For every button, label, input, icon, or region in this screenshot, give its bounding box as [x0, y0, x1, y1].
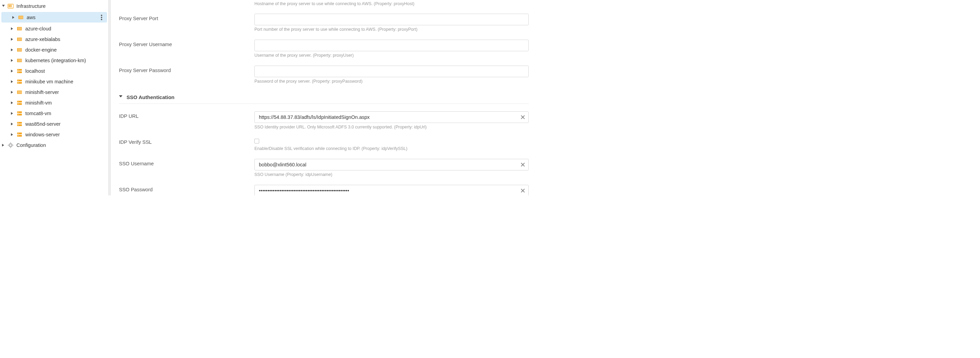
tree-node-minishift-server[interactable]: minishift-server: [0, 87, 108, 97]
tree-node-label: azure-xebialabs: [25, 36, 106, 42]
expand-icon[interactable]: [10, 111, 14, 116]
tree-node-infrastructure[interactable]: Infrastructure: [0, 1, 108, 11]
tree-node-label: aws: [27, 15, 99, 20]
idp-verify-label: IDP Verify SSL: [119, 137, 255, 145]
container-icon: [18, 14, 24, 21]
proxy-port-input[interactable]: [255, 14, 529, 25]
svg-point-32: [18, 69, 19, 70]
tree-node-azure-cloud[interactable]: azure-cloud: [0, 23, 108, 34]
field-sso-username: SSO Username SSO Username (Property: idp…: [119, 159, 529, 177]
expand-icon[interactable]: [10, 69, 14, 73]
field-proxy-port: Proxy Server Port Port number of the pro…: [119, 14, 529, 32]
expand-icon[interactable]: [2, 143, 5, 147]
container-icon: [16, 25, 22, 32]
proxy-username-help: Username of the proxy server. (Property:…: [255, 53, 529, 58]
svg-point-53: [18, 122, 19, 123]
expand-icon[interactable]: [10, 122, 14, 126]
tree-node-label: tomcat8-vm: [25, 111, 106, 116]
tree-node-label: docker-engine: [25, 47, 106, 52]
tree-node-label: windows-server: [25, 132, 106, 137]
expand-icon[interactable]: [10, 101, 14, 105]
kebab-menu-icon[interactable]: [99, 14, 104, 21]
svg-point-46: [18, 103, 19, 104]
proxy-password-input[interactable]: [255, 66, 529, 77]
tree-node-kubernetes[interactable]: kubernetes (integration-km): [0, 55, 108, 66]
tree-node-label: azure-cloud: [25, 26, 106, 32]
gear-icon: [8, 142, 14, 148]
tree-node-label: minishift-vm: [25, 100, 106, 106]
clear-icon[interactable]: [520, 115, 525, 120]
tree-node-was85nd-server[interactable]: was85nd-server: [0, 119, 108, 129]
svg-rect-63: [8, 145, 9, 146]
svg-point-36: [18, 80, 19, 81]
server-icon: [16, 100, 22, 106]
tree-node-configuration[interactable]: Configuration: [0, 140, 108, 150]
server-icon: [16, 121, 22, 127]
svg-point-49: [18, 112, 19, 112]
expand-icon[interactable]: [10, 37, 14, 41]
server-icon: [16, 131, 22, 138]
proxy-username-input[interactable]: [255, 40, 529, 51]
chevron-down-icon: [119, 95, 123, 100]
clear-icon[interactable]: [520, 162, 525, 167]
svg-point-60: [10, 144, 12, 146]
svg-point-45: [18, 101, 19, 102]
expand-icon[interactable]: [10, 133, 14, 137]
tree-node-label: kubernetes (integration-km): [25, 58, 106, 63]
sso-password-input[interactable]: [255, 185, 529, 195]
tree-node-tomcat8-vm[interactable]: tomcat8-vm: [0, 108, 108, 119]
svg-point-37: [18, 82, 19, 83]
tree-node-localhost[interactable]: localhost: [0, 66, 108, 76]
svg-rect-4: [10, 6, 12, 7]
server-icon: [16, 68, 22, 74]
expand-icon[interactable]: [10, 59, 14, 62]
expand-icon[interactable]: [2, 4, 5, 8]
expand-icon[interactable]: [10, 90, 14, 94]
svg-point-54: [18, 125, 19, 125]
field-sso-password: SSO Password SSO Password (Property: idp…: [119, 185, 529, 195]
container-icon: [16, 36, 22, 42]
svg-rect-2: [10, 5, 12, 6]
proxy-username-label: Proxy Server Username: [119, 40, 255, 47]
tree-node-label: minikube vm machine: [25, 79, 106, 84]
server-icon: [16, 79, 22, 85]
tree-node-label: Infrastructure: [16, 3, 106, 9]
section-sso[interactable]: SSO Authentication: [119, 94, 529, 104]
proxy-port-label: Proxy Server Port: [119, 14, 255, 21]
section-sso-title: SSO Authentication: [127, 94, 174, 100]
tree-node-docker-engine[interactable]: docker-engine: [0, 44, 108, 55]
proxy-password-help: Password of the proxy server. (Property:…: [255, 79, 529, 84]
container-icon: [16, 89, 22, 95]
idp-verify-checkbox[interactable]: [255, 139, 259, 144]
tree-node-minishift-vm[interactable]: minishift-vm: [0, 97, 108, 108]
svg-rect-61: [10, 142, 11, 143]
tree-node-label: was85nd-server: [25, 121, 106, 127]
idp-url-help: SSO Identity provider URL. Only Microsof…: [255, 125, 529, 130]
tree-node-aws[interactable]: aws: [2, 12, 107, 22]
idp-verify-help: Enable/Disable SSL verification while co…: [255, 146, 529, 151]
grid-icon: [8, 3, 14, 9]
expand-icon[interactable]: [12, 15, 16, 19]
svg-rect-1: [8, 5, 10, 6]
svg-point-50: [18, 114, 19, 115]
tree-node-minikube[interactable]: minikube vm machine: [0, 76, 108, 87]
expand-icon[interactable]: [10, 79, 14, 84]
server-icon: [16, 110, 22, 117]
sidebar-tree: Infrastructure aws azure-cloud azure-xeb…: [0, 0, 109, 195]
clear-icon[interactable]: [520, 188, 525, 193]
idp-url-label: IDP URL: [119, 111, 255, 119]
field-proxy-username: Proxy Server Username Username of the pr…: [119, 40, 529, 58]
proxy-port-help: Port number of the proxy server to use w…: [255, 27, 529, 32]
tree-node-azure-xebialabs[interactable]: azure-xebialabs: [0, 34, 108, 44]
sso-username-input[interactable]: [255, 159, 529, 171]
sso-username-help: SSO Username (Property: idpUsername): [255, 172, 529, 177]
expand-icon[interactable]: [10, 27, 14, 31]
field-idp-url: IDP URL SSO Identity provider URL. Only …: [119, 111, 529, 130]
tree-node-label: minishift-server: [25, 90, 106, 95]
container-icon: [16, 47, 22, 53]
svg-point-33: [18, 72, 19, 73]
idp-url-input[interactable]: [255, 111, 529, 123]
expand-icon[interactable]: [10, 48, 14, 52]
tree-node-windows-server[interactable]: windows-server: [0, 129, 108, 140]
sso-username-label: SSO Username: [119, 159, 255, 166]
